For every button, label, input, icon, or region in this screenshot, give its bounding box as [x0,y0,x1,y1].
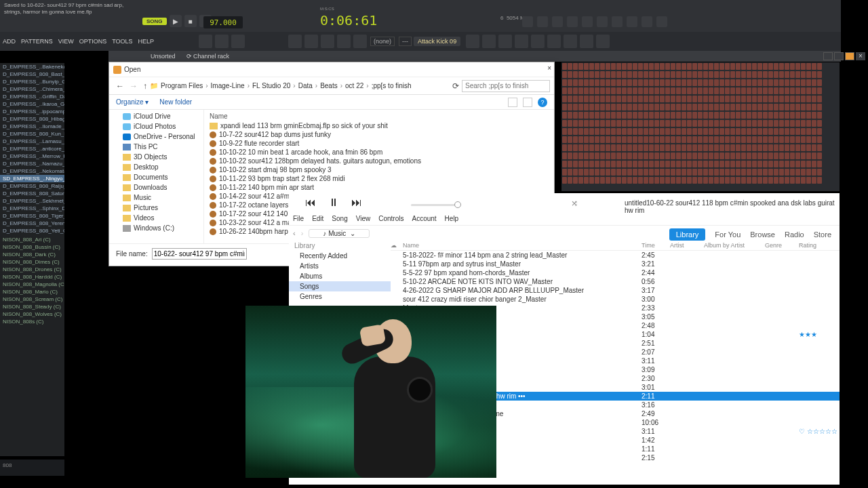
file-item[interactable]: xpandi lead 113 brm gminEcbmaj.flp so si… [204,121,554,130]
player-menu-item[interactable]: Edit [312,215,323,222]
menu-view[interactable]: VIEW [56,38,77,45]
toolbar-button[interactable] [580,35,593,48]
rack-btn[interactable] [834,52,844,60]
prev-button[interactable]: ⏮ [305,197,316,209]
close-icon[interactable]: × [547,64,551,72]
rack-close[interactable]: × [856,52,865,60]
browser-item[interactable]: D_EMPRESS_..ippocamp_E [0,108,64,115]
browser-item[interactable]: D_EMPRESS_..Sphinx_D# [0,205,64,212]
crumb[interactable]: Image-Line [211,82,245,89]
song-row[interactable]: 5-18-2022- f# minor 114 bpm ana 2 string… [391,251,840,260]
nav-item[interactable]: Pictures [109,203,203,213]
song-row[interactable]: 5-5-22 97 bpm xpand horn-chords_Master2:… [391,268,840,277]
column-header-name[interactable]: Name [204,111,554,121]
volume-thumb[interactable] [454,201,461,208]
file-item[interactable]: 10-7-22 sour412 bap dums just funky [204,130,554,139]
menu-patterns[interactable]: PATTERNS [18,38,56,45]
toolbar-button[interactable] [466,35,479,48]
top-icon[interactable] [612,16,623,27]
browser-item[interactable]: D_EMPRESS_..anticore_C [0,145,64,152]
song-mode-badge[interactable]: SONG [142,18,167,25]
browser-item[interactable]: NISON_808_Bussin (C) [0,243,64,251]
shuffle-icon[interactable]: ⤨ [571,199,578,208]
lib-item[interactable]: Artists [289,261,391,271]
browser-item[interactable]: NISON_808_Magnolia (C) [0,281,64,288]
toolbar-button[interactable] [321,35,334,48]
typing-keyboard[interactable]: Attack Kick 09 [414,37,460,46]
snap-select-2[interactable]: --- [399,37,412,46]
player-menu-item[interactable]: File [293,215,304,222]
menu-help[interactable]: HELP [136,38,157,45]
song-row[interactable]: 5-11 97bpm arp and sytrus inst_Master3:2… [391,260,840,268]
player-menu-item[interactable]: Account [412,215,436,222]
toolbar-button[interactable] [353,35,367,48]
rack-sort[interactable]: Unsorted [151,53,176,60]
nav-item[interactable]: Windows (C:) [109,223,203,233]
forward-button[interactable]: → [127,81,140,91]
toolbar-button[interactable] [304,35,318,48]
lib-item[interactable]: Songs [289,281,391,291]
nav-pane[interactable]: iCloud DriveiCloud PhotosOneDrive - Pers… [109,110,204,243]
file-item[interactable]: 10-9-22 flute recorder start [204,139,554,148]
help-icon[interactable]: ? [538,98,547,107]
preview-button[interactable] [523,98,532,107]
toolbar-button[interactable] [531,35,545,48]
browser-item[interactable]: D_EMPRESS_808_Yeren_G [0,220,64,227]
snap-select[interactable]: (none) [370,37,395,46]
refresh-icon[interactable]: ⟳ [450,81,462,91]
top-icon[interactable] [597,16,608,27]
top-icon[interactable] [656,16,667,27]
nav-item[interactable]: This PC [109,142,203,152]
browser-item[interactable]: D_EMPRESS_..Bunyip_G# [0,78,64,85]
browser-item[interactable]: D_EMPRESS_808_Kun_F [0,130,64,138]
browser-item[interactable]: D_EMPRESS_..Lamasu_G [0,138,64,145]
toolbar-button[interactable] [215,35,229,48]
browser-item[interactable]: NISON_808_Wolves (C) [0,310,64,318]
browser-item[interactable]: D_EMPRESS_..Griffin_D# [0,93,64,100]
file-item[interactable]: 10-10-22 start dmaj 98 bpm spooky 3 [204,165,554,174]
browser-item[interactable]: D_EMPRESS_..Ilomade_F# [0,123,64,130]
crumb[interactable]: Program Files [161,82,203,89]
browser-item[interactable]: D_EMPRESS_808_Hibagon_ [0,115,64,123]
browser-item[interactable]: SD_EMPRESS_..Ningyo_F# [0,175,64,182]
step-sequencer[interactable] [561,62,840,191]
browser-item[interactable]: NISON_808_Dark (C) [0,251,64,258]
crumb[interactable]: Beats [320,82,338,89]
back-button[interactable]: ← [113,81,127,91]
lib-item[interactable]: Albums [289,271,391,281]
menu-tools[interactable]: TOOLS [109,38,135,45]
file-item[interactable]: 10-11-22 140 bpm min apr start [204,183,554,192]
stop-button[interactable]: ■ [184,15,197,27]
lib-item[interactable]: Recently Added [289,251,391,261]
toolbar-button[interactable] [515,35,528,48]
crumb[interactable]: FL Studio 20 [252,82,290,89]
crumb[interactable]: Data [298,82,313,89]
nav-item[interactable]: Videos [109,213,203,223]
volume-slider[interactable] [411,204,458,206]
crumb[interactable]: ;pp[s to finish [372,82,412,89]
file-item[interactable]: 10-11-22 93 bpm trap start 2 flex 268 mi… [204,174,554,183]
file-item[interactable]: 10-10-22 10 min beat 1 arcade hook, ana … [204,148,554,157]
toolbar-button[interactable] [596,35,610,48]
breadcrumb[interactable]: 📁Program Files›Image-Line›FL Studio 20›D… [150,82,450,89]
tab-store[interactable]: Store [814,230,831,239]
nav-item[interactable]: Desktop [109,162,203,172]
nav-item[interactable]: OneDrive - Personal [109,131,203,142]
nav-item[interactable]: Downloads [109,182,203,192]
toolbar-button[interactable] [199,35,212,48]
browser-item[interactable]: D_EMPRESS_808_Tiger_C# [0,212,64,220]
browser-item[interactable]: D_EMPRESS_..Chimera_F# [0,85,64,93]
file-item[interactable]: 10-10-22 sour412 128bpm delayed hats. gu… [204,157,554,165]
browser-item[interactable]: NISON_808_Ari (C) [0,236,64,243]
browser-item[interactable]: D_EMPRESS_808_Yeti_G [0,227,64,235]
tempo-display[interactable]: 97.000 [203,16,243,28]
rack-btn[interactable] [845,52,854,60]
browser-item[interactable]: NISON_808_Harddd (C) [0,273,64,281]
nav-item[interactable]: iCloud Drive [109,111,203,121]
menu-add[interactable]: ADD [0,38,18,45]
player-menu-item[interactable]: View [356,215,371,222]
browser-item[interactable]: D_EMPRESS_808_Raiju_C [0,182,64,190]
browser-item[interactable]: NISON_808_Drones (C) [0,266,64,273]
song-row[interactable]: 5-10-22 ARCADE NOTE KITS INTO WAV_Master… [391,277,840,286]
tab-radio[interactable]: Radio [785,230,804,239]
